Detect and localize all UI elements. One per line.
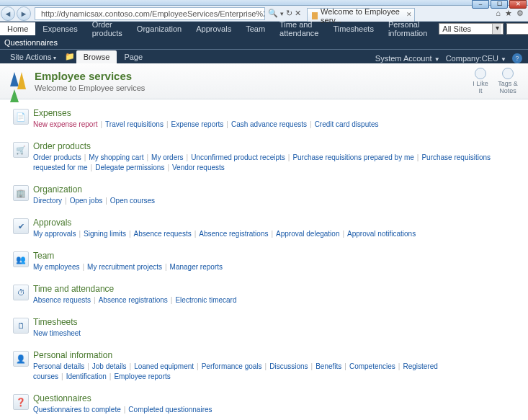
ribbon-bar: Site Actions 📁 Browse Page System Accoun… (0, 49, 528, 63)
link-my-approvals[interactable]: My approvals (33, 230, 76, 238)
section-timesheets: 🗒TimesheetsNew timesheet (13, 317, 515, 339)
link-open-courses[interactable]: Open courses (110, 197, 155, 205)
link-my-orders[interactable]: My orders (151, 153, 183, 161)
link-delegate-permissions[interactable]: Delegate permissions (95, 164, 164, 171)
link-absence-registrations[interactable]: Absence registrations (199, 230, 268, 238)
ribbon-tab-browse[interactable]: Browse (76, 50, 117, 63)
link-new-timesheet[interactable]: New timesheet (33, 329, 81, 337)
link-new-expense-report[interactable]: New expense report (33, 120, 98, 128)
section-icon: 👥 (13, 251, 29, 267)
search-input[interactable] (506, 23, 528, 35)
link-loaned-equipment[interactable]: Loaned equipment (134, 362, 194, 370)
link-personal-details[interactable]: Personal details (33, 362, 84, 370)
link-questionnaires-to-complete[interactable]: Questionnaires to complete (33, 406, 121, 414)
address-bar: ◄ ► http://dynamicsax.contoso.com/Employ… (0, 6, 528, 22)
nav-tab-timesheets[interactable]: Timesheets (326, 22, 380, 35)
back-button[interactable]: ◄ (1, 6, 15, 21)
forward-button[interactable]: ► (17, 6, 31, 21)
link-unconfirmed-product-receipts[interactable]: Unconfirmed product receipts (191, 153, 285, 161)
favorites-icon[interactable]: ★ (505, 9, 512, 18)
section-title: Questionnaires (33, 393, 515, 403)
nav-tab-order-products[interactable]: Order products (85, 18, 130, 40)
site-selector[interactable]: All Sites (439, 23, 504, 35)
link-my-recruitment-projects[interactable]: My recruitment projects (87, 263, 162, 271)
restore-button[interactable]: ☐ (491, 0, 508, 9)
home-icon[interactable]: ⌂ (496, 9, 501, 18)
browser-tab[interactable]: Welcome to Employee serv... ✕ (307, 8, 415, 22)
nav-tab-time-and-attendance[interactable]: Time and attendance (272, 18, 326, 40)
top-nav-row2: Questionnaires (0, 36, 528, 49)
ribbon-tab-page[interactable]: Page (117, 50, 150, 63)
section-icon: 🏢 (13, 185, 29, 201)
section-links: New expense report|Travel requisitions|E… (33, 120, 515, 130)
link-vendor-requests[interactable]: Vendor requests (172, 164, 225, 171)
address-search-controls: 🔍▾ ↻ ✕ (268, 9, 301, 18)
link-absence-requests[interactable]: Absence requests (33, 296, 91, 304)
link-credit-card-disputes[interactable]: Credit card disputes (315, 120, 379, 128)
link-cash-advance-requests[interactable]: Cash advance requests (231, 120, 307, 128)
section-links: My approvals|Signing limits|Absence requ… (33, 229, 515, 239)
link-approval-notifications[interactable]: Approval notifications (347, 230, 416, 238)
section-icon: ✔ (13, 218, 29, 234)
site-actions-menu[interactable]: Site Actions (3, 50, 63, 63)
tab-title: Welcome to Employee serv... (321, 7, 403, 24)
like-button[interactable]: I Like It (470, 68, 491, 94)
section-links: Directory|Open jobs|Open courses (33, 196, 515, 206)
search-icon[interactable]: 🔍 (268, 9, 278, 18)
section-expenses: 📄ExpensesNew expense report|Travel requi… (13, 108, 515, 130)
link-order-products[interactable]: Order products (33, 153, 81, 161)
section-questionnaires: ❓QuestionnairesQuestionnaires to complet… (13, 393, 515, 415)
link-absence-requests[interactable]: Absence requests (134, 230, 192, 238)
nav-tab-home[interactable]: Home (0, 22, 35, 35)
link-discussions[interactable]: Discussions (269, 362, 308, 370)
nav-tab-team[interactable]: Team (238, 22, 272, 35)
link-competencies[interactable]: Competencies (349, 362, 395, 370)
section-links: Questionnaires to complete|Completed que… (33, 405, 515, 415)
link-open-jobs[interactable]: Open jobs (70, 197, 103, 205)
link-my-employees[interactable]: My employees (33, 263, 79, 271)
link-approval-delegation[interactable]: Approval delegation (276, 230, 339, 238)
window-close-button[interactable]: ✕ (509, 0, 527, 9)
window-titlebar: – ☐ ✕ (0, 0, 528, 6)
link-benefits[interactable]: Benefits (316, 362, 341, 370)
section-title: Expenses (33, 108, 515, 118)
minimize-button[interactable]: – (472, 0, 489, 9)
stop-icon[interactable]: ✕ (295, 9, 301, 18)
section-time-and-attendance: ⏱Time and attendanceAbsence requests|Abs… (13, 284, 515, 305)
link-my-shopping-cart[interactable]: My shopping cart (89, 153, 143, 161)
link-signing-limits[interactable]: Signing limits (84, 230, 126, 238)
section-personal-information: 👤Personal informationPersonal details|Jo… (13, 350, 515, 382)
link-electronic-timecard[interactable]: Electronic timecard (175, 296, 236, 304)
tab-close-icon[interactable]: ✕ (406, 11, 412, 18)
url-input[interactable]: http://dynamicsax.contoso.com/EmployeeSe… (35, 7, 265, 20)
link-completed-questionnaires[interactable]: Completed questionnaires (128, 406, 212, 414)
nav-tab-approvals[interactable]: Approvals (189, 22, 238, 35)
refresh-icon[interactable]: ↻ (286, 9, 292, 18)
top-nav: HomeExpensesOrder productsOrganizationAp… (0, 22, 528, 36)
link-purchase-requisitions-prepared-by-me[interactable]: Purchase requisitions prepared by me (292, 153, 413, 161)
link-manager-reports[interactable]: Manager reports (170, 263, 223, 271)
nav-tab-organization[interactable]: Organization (130, 22, 189, 35)
account-menu[interactable]: System Account ▼ (375, 54, 440, 63)
section-icon: 🛒 (13, 142, 29, 158)
url-text: http://dynamicsax.contoso.com/EmployeeSe… (41, 9, 265, 18)
company-menu[interactable]: Company:CEU ▼ (446, 54, 506, 63)
nav-tab-questionnaires[interactable]: Questionnaires (4, 38, 58, 47)
tags-notes-button[interactable]: Tags & Notes (498, 68, 518, 94)
link-directory[interactable]: Directory (33, 197, 62, 205)
navigate-up-icon[interactable]: 📁 (63, 52, 76, 63)
link-travel-requisitions[interactable]: Travel requisitions (105, 120, 164, 128)
link-employee-reports[interactable]: Employee reports (114, 372, 170, 380)
link-identification[interactable]: Identification (66, 372, 107, 380)
link-expense-reports[interactable]: Expense reports (171, 120, 224, 128)
link-job-details[interactable]: Job details (92, 362, 127, 370)
section-title: Approvals (33, 218, 515, 228)
page-header: Employee services Welcome to Employee se… (0, 63, 528, 99)
section-links: Personal details|Job details|Loaned equi… (33, 362, 515, 382)
help-icon[interactable]: ? (512, 53, 522, 63)
tools-icon[interactable]: ⚙ (516, 9, 524, 18)
link-performance-goals[interactable]: Performance goals (202, 362, 262, 370)
link-absence-registrations[interactable]: Absence registrations (99, 296, 168, 304)
logo-icon (10, 72, 29, 91)
nav-tab-expenses[interactable]: Expenses (35, 22, 84, 35)
